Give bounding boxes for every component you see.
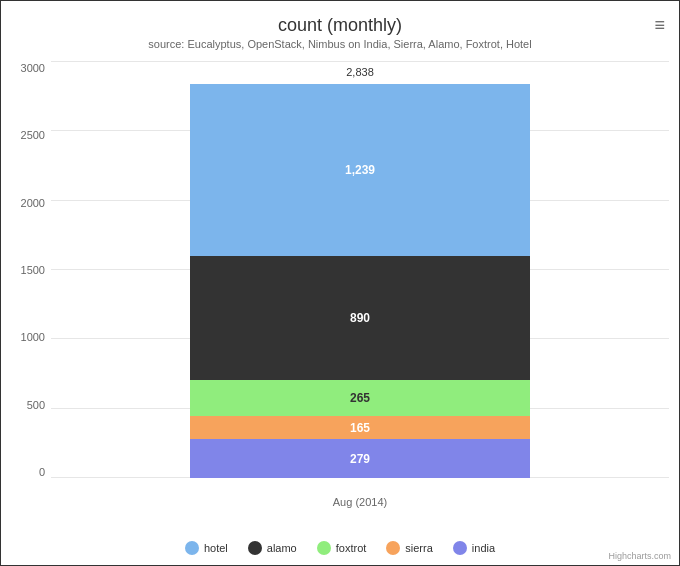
bar-label-foxtrot: 265	[190, 391, 530, 405]
chart-container: count (monthly) source: Eucalyptus, Open…	[0, 0, 680, 566]
legend-item-foxtrot[interactable]: foxtrot	[317, 541, 367, 555]
y-label-0: 0	[39, 466, 45, 478]
y-label-1000: 1000	[21, 331, 45, 343]
legend-swatch-india	[453, 541, 467, 555]
y-label-2000: 2000	[21, 197, 45, 209]
bar-segment-hotel: 1,2392,838	[190, 84, 530, 256]
legend-swatch-foxtrot	[317, 541, 331, 555]
bar-area: 2791652658901,2392,838	[51, 62, 669, 478]
legend-item-alamo[interactable]: alamo	[248, 541, 297, 555]
x-axis-label: Aug (2014)	[51, 496, 669, 508]
legend-label-foxtrot: foxtrot	[336, 542, 367, 554]
bar-segment-foxtrot: 265	[190, 380, 530, 417]
chart-title: count (monthly)	[1, 15, 679, 36]
bar-segment-india: 279	[190, 439, 530, 478]
menu-icon[interactable]: ≡	[654, 15, 665, 36]
y-label-2500: 2500	[21, 129, 45, 141]
legend-item-india[interactable]: india	[453, 541, 495, 555]
bar-label-india: 279	[190, 452, 530, 466]
chart-subtitle: source: Eucalyptus, OpenStack, Nimbus on…	[1, 38, 679, 50]
legend-item-hotel[interactable]: hotel	[185, 541, 228, 555]
bar-label-hotel: 1,239	[190, 163, 530, 177]
y-label-3000: 3000	[21, 62, 45, 74]
plot-area: 2791652658901,2392,838	[51, 62, 669, 478]
bar-segment-alamo: 890	[190, 256, 530, 379]
legend-swatch-sierra	[386, 541, 400, 555]
bar-label-sierra: 165	[190, 421, 530, 435]
y-axis: 3000 2500 2000 1500 1000 500 0	[1, 62, 51, 478]
legend: hotelalamofoxtrotsierraindia	[1, 533, 679, 565]
legend-label-alamo: alamo	[267, 542, 297, 554]
y-label-1500: 1500	[21, 264, 45, 276]
legend-swatch-alamo	[248, 541, 262, 555]
legend-item-sierra[interactable]: sierra	[386, 541, 433, 555]
legend-swatch-hotel	[185, 541, 199, 555]
bar-segment-sierra: 165	[190, 416, 530, 439]
highcharts-credit: Highcharts.com	[608, 551, 671, 561]
bar-label-alamo: 890	[190, 311, 530, 325]
y-label-500: 500	[27, 399, 45, 411]
legend-label-sierra: sierra	[405, 542, 433, 554]
bar-top-label-hotel: 2,838	[190, 66, 530, 78]
chart-header: count (monthly) source: Eucalyptus, Open…	[1, 1, 679, 52]
legend-label-hotel: hotel	[204, 542, 228, 554]
legend-label-india: india	[472, 542, 495, 554]
